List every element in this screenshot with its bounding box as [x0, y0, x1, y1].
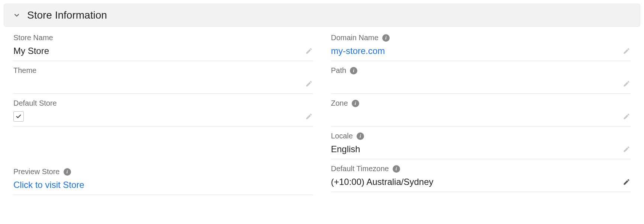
field-default-timezone: Default Timezone i (+10:00) Australia/Sy… — [331, 164, 631, 192]
info-icon[interactable]: i — [350, 67, 357, 74]
section-title: Store Information — [27, 9, 107, 21]
field-default-store: Default Store — [13, 99, 313, 127]
field-store-name: Store Name My Store — [13, 33, 313, 61]
chevron-down-icon — [13, 12, 20, 19]
pencil-icon[interactable] — [305, 80, 313, 88]
field-domain-name: Domain Name i my-store.com — [331, 33, 631, 61]
right-column: Domain Name i my-store.com Path i — [331, 33, 631, 195]
label-theme: Theme — [13, 66, 36, 75]
pencil-icon[interactable] — [622, 47, 631, 55]
label-store-name: Store Name — [13, 33, 53, 42]
label-default-store: Default Store — [13, 99, 57, 108]
link-preview-store[interactable]: Click to visit Store — [13, 180, 84, 190]
label-zone: Zone — [331, 99, 348, 108]
checkbox-default-store[interactable] — [13, 111, 24, 122]
field-path: Path i — [331, 66, 631, 94]
pencil-icon[interactable] — [305, 47, 313, 55]
section-header[interactable]: Store Information — [4, 4, 640, 27]
label-locale: Locale — [331, 132, 353, 140]
label-preview-store: Preview Store — [13, 167, 60, 176]
left-column: Store Name My Store Theme Defau — [13, 33, 313, 195]
field-theme: Theme — [13, 66, 313, 94]
info-icon[interactable]: i — [393, 165, 400, 173]
label-path: Path — [331, 66, 346, 75]
field-locale: Locale i English — [331, 132, 631, 159]
info-icon[interactable]: i — [357, 132, 364, 140]
info-icon[interactable]: i — [64, 168, 71, 176]
content-grid: Store Name My Store Theme Defau — [0, 27, 644, 195]
value-default-timezone: (+10:00) Australia/Sydney — [331, 177, 434, 187]
pencil-icon[interactable] — [305, 112, 313, 121]
value-store-name: My Store — [13, 46, 49, 56]
value-locale: English — [331, 144, 360, 154]
pencil-icon[interactable] — [622, 112, 631, 121]
info-icon[interactable]: i — [382, 34, 390, 42]
pencil-icon[interactable] — [622, 80, 631, 88]
pencil-icon[interactable] — [622, 145, 631, 153]
field-zone: Zone i — [331, 99, 631, 127]
pencil-icon[interactable] — [622, 178, 631, 186]
field-preview-store: Preview Store i Click to visit Store — [13, 167, 313, 195]
info-icon[interactable]: i — [352, 100, 359, 107]
value-domain-name[interactable]: my-store.com — [331, 46, 385, 56]
label-default-timezone: Default Timezone — [331, 164, 389, 173]
label-domain-name: Domain Name — [331, 33, 379, 42]
